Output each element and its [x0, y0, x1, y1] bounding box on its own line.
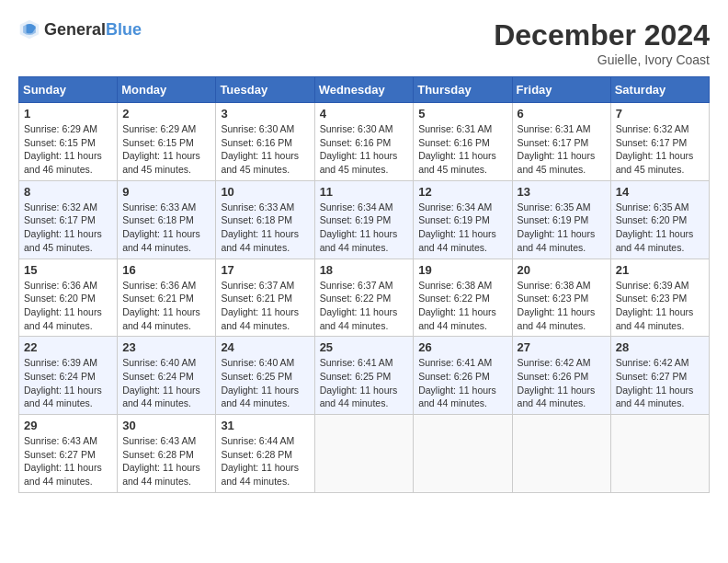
day-info: Sunrise: 6:43 AM Sunset: 6:27 PM Dayligh… [24, 434, 112, 488]
logo-blue: Blue [106, 20, 142, 40]
day-number: 12 [418, 185, 506, 199]
day-info: Sunrise: 6:33 AM Sunset: 6:18 PM Dayligh… [221, 201, 309, 255]
day-info: Sunrise: 6:38 AM Sunset: 6:22 PM Dayligh… [418, 279, 506, 333]
day-number: 19 [418, 263, 506, 277]
calendar-cell: 13 Sunrise: 6:35 AM Sunset: 6:19 PM Dayl… [512, 180, 610, 259]
calendar-week-1: 1 Sunrise: 6:29 AM Sunset: 6:15 PM Dayli… [19, 103, 710, 181]
day-number: 16 [122, 263, 210, 277]
calendar-cell: 19 Sunrise: 6:38 AM Sunset: 6:22 PM Dayl… [414, 259, 512, 337]
day-number: 3 [221, 107, 309, 121]
calendar-week-5: 29 Sunrise: 6:43 AM Sunset: 6:27 PM Dayl… [19, 415, 710, 493]
day-info: Sunrise: 6:35 AM Sunset: 6:19 PM Dayligh… [518, 201, 606, 255]
weekday-header-saturday: Saturday [610, 77, 709, 103]
day-number: 4 [320, 107, 409, 121]
day-number: 2 [122, 107, 210, 121]
day-number: 1 [24, 107, 112, 121]
day-number: 26 [418, 340, 506, 354]
day-number: 31 [221, 419, 309, 432]
calendar-table: SundayMondayTuesdayWednesdayThursdayFrid… [18, 76, 710, 493]
calendar-cell: 2 Sunrise: 6:29 AM Sunset: 6:15 PM Dayli… [118, 103, 216, 181]
day-info: Sunrise: 6:40 AM Sunset: 6:24 PM Dayligh… [122, 356, 210, 410]
day-number: 10 [221, 185, 309, 199]
day-number: 5 [418, 107, 506, 121]
page-header: GeneralBlue December 2024 Guielle, Ivory… [18, 18, 710, 67]
day-number: 7 [616, 107, 704, 121]
day-info: Sunrise: 6:29 AM Sunset: 6:15 PM Dayligh… [122, 122, 210, 177]
calendar-cell: 18 Sunrise: 6:37 AM Sunset: 6:22 PM Dayl… [314, 259, 414, 337]
location: Guielle, Ivory Coast [494, 52, 710, 67]
weekday-header-friday: Friday [512, 77, 610, 103]
day-info: Sunrise: 6:30 AM Sunset: 6:16 PM Dayligh… [320, 122, 409, 177]
day-info: Sunrise: 6:39 AM Sunset: 6:24 PM Dayligh… [24, 356, 112, 410]
day-info: Sunrise: 6:36 AM Sunset: 6:21 PM Dayligh… [122, 279, 210, 333]
calendar-cell: 24 Sunrise: 6:40 AM Sunset: 6:25 PM Dayl… [216, 337, 314, 415]
calendar-cell: 20 Sunrise: 6:38 AM Sunset: 6:23 PM Dayl… [512, 259, 610, 337]
day-info: Sunrise: 6:33 AM Sunset: 6:18 PM Dayligh… [122, 201, 210, 255]
calendar-cell [314, 415, 414, 493]
day-info: Sunrise: 6:31 AM Sunset: 6:16 PM Dayligh… [418, 122, 506, 177]
calendar-week-4: 22 Sunrise: 6:39 AM Sunset: 6:24 PM Dayl… [19, 337, 710, 415]
weekday-header-tuesday: Tuesday [216, 77, 314, 103]
day-number: 22 [24, 340, 112, 354]
logo-general: General [44, 20, 106, 40]
calendar-cell: 16 Sunrise: 6:36 AM Sunset: 6:21 PM Dayl… [118, 259, 216, 337]
calendar-cell [610, 415, 709, 493]
day-info: Sunrise: 6:31 AM Sunset: 6:17 PM Dayligh… [518, 122, 606, 177]
day-info: Sunrise: 6:38 AM Sunset: 6:23 PM Dayligh… [518, 279, 606, 333]
weekday-header-wednesday: Wednesday [314, 77, 414, 103]
logo: GeneralBlue [18, 18, 142, 40]
day-info: Sunrise: 6:34 AM Sunset: 6:19 PM Dayligh… [320, 201, 409, 255]
day-number: 17 [221, 263, 309, 277]
calendar-cell: 9 Sunrise: 6:33 AM Sunset: 6:18 PM Dayli… [118, 180, 216, 259]
day-info: Sunrise: 6:32 AM Sunset: 6:17 PM Dayligh… [616, 122, 704, 177]
day-number: 29 [24, 419, 112, 432]
day-number: 14 [616, 185, 704, 199]
day-number: 25 [320, 340, 409, 354]
weekday-header-row: SundayMondayTuesdayWednesdayThursdayFrid… [19, 77, 710, 103]
calendar-cell: 1 Sunrise: 6:29 AM Sunset: 6:15 PM Dayli… [19, 103, 118, 181]
calendar-cell [414, 415, 512, 493]
day-info: Sunrise: 6:40 AM Sunset: 6:25 PM Dayligh… [221, 356, 309, 410]
weekday-header-monday: Monday [118, 77, 216, 103]
title-block: December 2024 Guielle, Ivory Coast [494, 18, 710, 67]
day-number: 13 [518, 185, 606, 199]
calendar-week-3: 15 Sunrise: 6:36 AM Sunset: 6:20 PM Dayl… [19, 259, 710, 337]
calendar-cell: 5 Sunrise: 6:31 AM Sunset: 6:16 PM Dayli… [414, 103, 512, 181]
calendar-cell: 6 Sunrise: 6:31 AM Sunset: 6:17 PM Dayli… [512, 103, 610, 181]
calendar-cell: 31 Sunrise: 6:44 AM Sunset: 6:28 PM Dayl… [216, 415, 314, 493]
day-info: Sunrise: 6:43 AM Sunset: 6:28 PM Dayligh… [122, 434, 210, 488]
calendar-cell: 12 Sunrise: 6:34 AM Sunset: 6:19 PM Dayl… [414, 180, 512, 259]
day-info: Sunrise: 6:42 AM Sunset: 6:26 PM Dayligh… [518, 356, 606, 410]
calendar-cell: 3 Sunrise: 6:30 AM Sunset: 6:16 PM Dayli… [216, 103, 314, 181]
calendar-cell: 28 Sunrise: 6:42 AM Sunset: 6:27 PM Dayl… [610, 337, 709, 415]
calendar-cell: 21 Sunrise: 6:39 AM Sunset: 6:23 PM Dayl… [610, 259, 709, 337]
day-number: 30 [122, 419, 210, 432]
calendar-cell: 22 Sunrise: 6:39 AM Sunset: 6:24 PM Dayl… [19, 337, 118, 415]
day-number: 20 [518, 263, 606, 277]
calendar-cell: 14 Sunrise: 6:35 AM Sunset: 6:20 PM Dayl… [610, 180, 709, 259]
day-number: 8 [24, 185, 112, 199]
logo-icon [18, 18, 40, 40]
calendar-cell: 26 Sunrise: 6:41 AM Sunset: 6:26 PM Dayl… [414, 337, 512, 415]
day-number: 6 [518, 107, 606, 121]
day-info: Sunrise: 6:42 AM Sunset: 6:27 PM Dayligh… [616, 356, 704, 410]
day-info: Sunrise: 6:34 AM Sunset: 6:19 PM Dayligh… [418, 201, 506, 255]
calendar-cell: 11 Sunrise: 6:34 AM Sunset: 6:19 PM Dayl… [314, 180, 414, 259]
calendar-cell: 30 Sunrise: 6:43 AM Sunset: 6:28 PM Dayl… [118, 415, 216, 493]
day-info: Sunrise: 6:32 AM Sunset: 6:17 PM Dayligh… [24, 201, 112, 255]
day-number: 24 [221, 340, 309, 354]
day-number: 27 [518, 340, 606, 354]
day-number: 21 [616, 263, 704, 277]
calendar-cell: 15 Sunrise: 6:36 AM Sunset: 6:20 PM Dayl… [19, 259, 118, 337]
day-info: Sunrise: 6:29 AM Sunset: 6:15 PM Dayligh… [24, 122, 112, 177]
calendar-cell: 23 Sunrise: 6:40 AM Sunset: 6:24 PM Dayl… [118, 337, 216, 415]
day-info: Sunrise: 6:37 AM Sunset: 6:22 PM Dayligh… [320, 279, 409, 333]
calendar-cell: 10 Sunrise: 6:33 AM Sunset: 6:18 PM Dayl… [216, 180, 314, 259]
day-info: Sunrise: 6:41 AM Sunset: 6:25 PM Dayligh… [320, 356, 409, 410]
day-info: Sunrise: 6:41 AM Sunset: 6:26 PM Dayligh… [418, 356, 506, 410]
calendar-cell [512, 415, 610, 493]
day-number: 23 [122, 340, 210, 354]
day-info: Sunrise: 6:35 AM Sunset: 6:20 PM Dayligh… [616, 201, 704, 255]
calendar-cell: 25 Sunrise: 6:41 AM Sunset: 6:25 PM Dayl… [314, 337, 414, 415]
day-number: 28 [616, 340, 704, 354]
